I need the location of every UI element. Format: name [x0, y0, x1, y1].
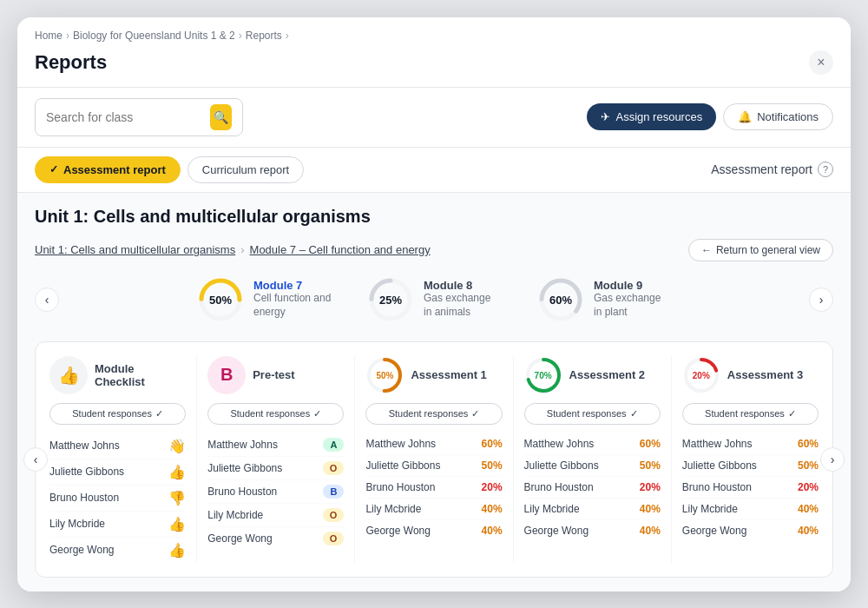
- student-row: Lily Mcbride 40%: [524, 499, 661, 520]
- module-desc-2: Gas exchange in plant: [594, 292, 672, 319]
- student-name-1-3: Lily Mcbride: [207, 509, 263, 521]
- col-title-4: Assessment 3: [727, 368, 803, 381]
- chevron-icon-3: ✓: [630, 408, 638, 420]
- search-button[interactable]: 🔍: [210, 104, 232, 130]
- student-row: Bruno Houston 20%: [365, 477, 502, 499]
- student-badge-1-4: O: [323, 532, 345, 545]
- notifications-button[interactable]: 🔔 Notifications: [723, 103, 833, 130]
- tab-curriculum-label: Curriculum report: [202, 163, 289, 176]
- tab-assessment[interactable]: ✓ Assessment report: [35, 156, 181, 183]
- col-title-0: Module Checklist: [95, 362, 186, 388]
- main-content: Unit 1: Cells and multicellular organism…: [17, 193, 851, 591]
- student-row: Lily Mcbride 👍: [49, 512, 186, 538]
- student-row: Matthew Johns 60%: [524, 433, 661, 455]
- breadcrumb-sep1: ›: [66, 30, 69, 42]
- student-row: Bruno Houston 20%: [524, 477, 661, 499]
- student-pct-4-0: 60%: [798, 438, 819, 450]
- breadcrumb-biology[interactable]: Biology for Queensland Units 1 & 2: [73, 30, 235, 42]
- assessment-col-4: 20% Assessment 3 Student responses ✓ Mat…: [672, 356, 819, 563]
- student-pct-3-2: 20%: [640, 481, 661, 493]
- student-name-4-4: George Wong: [682, 525, 747, 537]
- student-value-0-2: 👎: [168, 490, 186, 506]
- student-pct-2-3: 40%: [482, 503, 503, 515]
- student-value-0-4: 👍: [168, 542, 186, 558]
- student-row: Juliette Gibbons 50%: [682, 455, 819, 477]
- student-pct-2-4: 40%: [482, 525, 503, 537]
- responses-button-2[interactable]: Student responses ✓: [365, 403, 502, 425]
- chevron-icon-0: ✓: [155, 408, 163, 420]
- col-title-2: Assessment 1: [411, 368, 486, 381]
- student-row: Bruno Houston B: [207, 480, 344, 504]
- student-row: Matthew Johns 60%: [682, 433, 819, 455]
- search-icon: 🔍: [214, 110, 228, 124]
- student-name-4-0: Matthew Johns: [682, 438, 753, 450]
- col-header-2: 50% Assessment 1: [365, 356, 502, 394]
- notif-label: Notifications: [757, 110, 819, 123]
- col-icon-2: 50%: [365, 356, 404, 394]
- module-item-0[interactable]: 50% Module 7 Cell function and energy: [196, 275, 332, 324]
- student-pct-4-3: 40%: [798, 503, 819, 515]
- assign-icon: ✈: [601, 110, 610, 123]
- breadcrumb-home[interactable]: Home: [35, 30, 62, 42]
- student-pct-4-4: 40%: [798, 525, 819, 537]
- col-header-0: 👍 Module Checklist: [49, 356, 186, 394]
- responses-label-1: Student responses: [230, 408, 310, 419]
- student-name-1-1: Juliette Gibbons: [207, 462, 282, 474]
- student-row: Matthew Johns A: [207, 433, 344, 457]
- page-title: Reports: [35, 51, 107, 74]
- tab-bar: ✓ Assessment report Curriculum report As…: [17, 148, 851, 193]
- responses-button-0[interactable]: Student responses ✓: [49, 403, 186, 425]
- assessment-col-2: 50% Assessment 1 Student responses ✓ Mat…: [355, 356, 513, 563]
- search-input[interactable]: [46, 110, 203, 124]
- assign-resources-button[interactable]: ✈ Assign resources: [587, 103, 716, 130]
- student-pct-3-4: 40%: [640, 525, 661, 537]
- student-name-4-3: Lily Mcbride: [682, 503, 738, 515]
- col-title-1: Pre-test: [253, 368, 294, 381]
- search-box: 🔍: [35, 98, 243, 136]
- student-name-2-3: Lily Mcbride: [365, 503, 421, 515]
- student-name-1-2: Bruno Houston: [207, 486, 277, 498]
- student-pct-2-0: 60%: [482, 438, 503, 450]
- module-circle-2: 60%: [536, 275, 585, 324]
- student-pct-3-3: 40%: [640, 503, 661, 515]
- unit-title: Unit 1: Cells and multicellular organism…: [35, 207, 833, 227]
- col-header-3: 70% Assessment 2: [524, 356, 661, 394]
- module-name-2: Module 9: [594, 279, 672, 292]
- student-name-4-1: Juliette Gibbons: [682, 459, 757, 472]
- responses-label-3: Student responses: [547, 408, 627, 419]
- nav-unit-link[interactable]: Unit 1: Cells and multicellular organism…: [35, 243, 235, 256]
- help-icon[interactable]: ?: [818, 162, 833, 177]
- module-pct-1: 25%: [379, 293, 402, 306]
- module-item-1[interactable]: 25% Module 8 Gas exchange in animals: [366, 275, 502, 324]
- grid-next-button[interactable]: ›: [820, 447, 845, 472]
- close-button[interactable]: ×: [809, 50, 833, 75]
- student-row: George Wong 👍: [49, 538, 186, 563]
- student-row: Juliette Gibbons O: [207, 457, 344, 480]
- responses-button-1[interactable]: Student responses ✓: [207, 403, 344, 425]
- tab-assessment-label: Assessment report: [63, 163, 166, 176]
- titlebar-row: Reports ×: [35, 50, 833, 87]
- student-row: George Wong 40%: [365, 520, 502, 541]
- arrow-left-icon: ←: [701, 244, 712, 256]
- student-row: Matthew Johns 👋: [49, 433, 186, 459]
- student-name-0-3: Lily Mcbride: [49, 518, 105, 530]
- tab-curriculum[interactable]: Curriculum report: [187, 156, 304, 183]
- module-desc-0: Cell function and energy: [253, 292, 332, 319]
- student-row: Juliette Gibbons 👍: [49, 459, 186, 486]
- responses-button-3[interactable]: Student responses ✓: [524, 403, 661, 425]
- module-name-1: Module 8: [424, 279, 502, 292]
- return-button[interactable]: ← Return to general view: [688, 239, 833, 261]
- check-icon: ✓: [49, 163, 58, 175]
- student-row: George Wong 40%: [682, 520, 819, 541]
- student-row: Bruno Houston 20%: [682, 477, 819, 499]
- student-name-0-2: Bruno Houston: [49, 492, 119, 504]
- carousel-next[interactable]: ›: [809, 287, 833, 312]
- breadcrumb-reports[interactable]: Reports: [246, 30, 282, 42]
- student-pct-3-1: 50%: [640, 459, 661, 472]
- responses-button-4[interactable]: Student responses ✓: [682, 403, 819, 425]
- carousel-prev[interactable]: ‹: [35, 287, 59, 312]
- grid-prev-button[interactable]: ‹: [23, 447, 48, 472]
- module-item-2[interactable]: 60% Module 9 Gas exchange in plant: [536, 275, 672, 324]
- nav-module-link[interactable]: Module 7 – Cell function and energy: [250, 243, 431, 256]
- student-row: George Wong 40%: [524, 520, 661, 541]
